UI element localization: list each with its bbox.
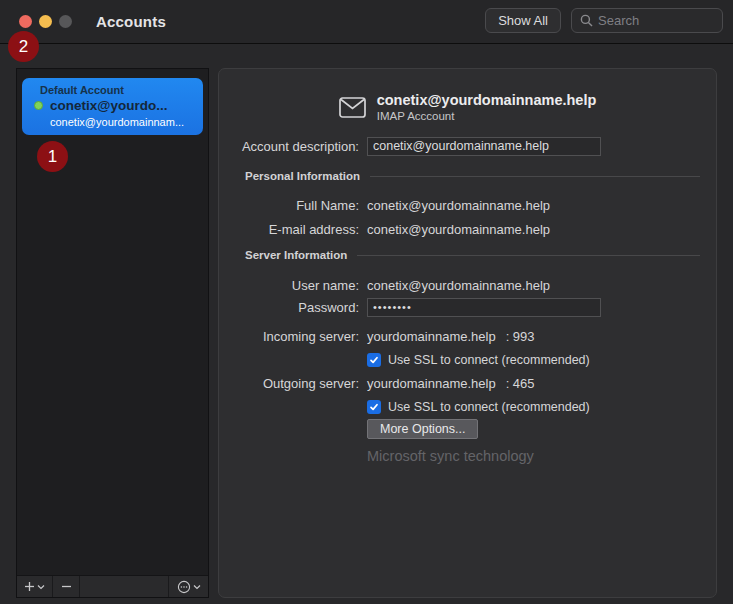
account-description-label: Account description:: [219, 139, 367, 154]
search-input[interactable]: [598, 13, 708, 28]
account-description-row: Account description:: [219, 137, 700, 155]
account-description-input[interactable]: [367, 137, 601, 156]
search-icon: [580, 14, 593, 27]
incoming-server-row: Incoming server: yourdomainname.help : 9…: [219, 327, 700, 345]
chevron-down-icon: [193, 584, 201, 590]
online-status-dot: [34, 101, 43, 110]
user-name-row: User name: conetix@yourdomainname.help: [219, 276, 700, 294]
outgoing-ssl-label: Use SSL to connect (recommended): [388, 400, 590, 414]
outgoing-ssl-row: Use SSL to connect (recommended): [367, 398, 700, 416]
remove-account-button[interactable]: [53, 576, 80, 597]
account-detail-panel: conetix@yourdomainname.help IMAP Acccoun…: [218, 68, 717, 598]
more-options-button[interactable]: More Options...: [367, 419, 478, 439]
plus-icon: [24, 581, 35, 592]
window-title: Accounts: [96, 13, 166, 30]
account-title: conetix@yourdomainname.help: [377, 92, 597, 108]
password-label: Password:: [219, 300, 367, 315]
account-email: conetix@yourdomainnam...: [50, 116, 195, 128]
sidebar-toolbar: [17, 575, 208, 597]
incoming-server-label: Incoming server:: [219, 329, 367, 344]
outgoing-ssl-checkbox[interactable]: [367, 400, 381, 414]
minus-icon: [61, 581, 72, 592]
account-list-item-selected[interactable]: Default Account conetix@yourdo... coneti…: [22, 78, 203, 135]
show-all-button[interactable]: Show All: [485, 8, 561, 33]
traffic-lights: [19, 15, 72, 28]
account-actions-button[interactable]: [168, 576, 208, 597]
outgoing-server-value: yourdomainname.help: [367, 376, 496, 391]
more-options-row: More Options...: [367, 419, 700, 439]
check-icon: [369, 355, 379, 365]
email-address-value: conetix@yourdomainname.help: [367, 222, 550, 237]
account-type: IMAP Acccount: [377, 110, 597, 122]
personal-information-section: Personal Information: [245, 169, 700, 183]
full-name-label: Full Name:: [219, 198, 367, 213]
title-bar: Accounts Show All: [0, 0, 733, 44]
server-information-section: Server Information: [245, 248, 700, 262]
incoming-ssl-row: Use SSL to connect (recommended): [367, 351, 700, 369]
default-account-label: Default Account: [40, 84, 195, 96]
chevron-down-icon: [37, 584, 45, 590]
account-header: conetix@yourdomainname.help IMAP Acccoun…: [219, 89, 716, 125]
close-window-button[interactable]: [19, 15, 32, 28]
incoming-server-value: yourdomainname.help: [367, 329, 496, 344]
minimize-window-button[interactable]: [39, 15, 52, 28]
email-address-label: E-mail address:: [219, 222, 367, 237]
outgoing-server-row: Outgoing server: yourdomainname.help : 4…: [219, 374, 700, 392]
incoming-ssl-label: Use SSL to connect (recommended): [388, 353, 590, 367]
add-account-button[interactable]: [17, 576, 53, 597]
incoming-server-port: : 993: [506, 329, 535, 344]
outgoing-server-label: Outgoing server:: [219, 376, 367, 391]
annotation-badge-2: 2: [8, 31, 39, 62]
annotation-badge-1: 1: [37, 141, 68, 172]
user-name-label: User name:: [219, 278, 367, 293]
email-address-row: E-mail address: conetix@yourdomainname.h…: [219, 220, 700, 238]
password-row: Password:: [219, 298, 700, 316]
full-name-row: Full Name: conetix@yourdomainname.help: [219, 196, 700, 214]
incoming-ssl-checkbox[interactable]: [367, 353, 381, 367]
outgoing-server-port: : 465: [506, 376, 535, 391]
account-name: conetix@yourdo...: [50, 98, 167, 113]
zoom-window-button: [59, 15, 72, 28]
sync-technology-note: Microsoft sync technology: [367, 448, 534, 464]
password-input[interactable]: [367, 298, 601, 317]
section-divider: [357, 255, 700, 256]
user-name-value: conetix@yourdomainname.help: [367, 278, 550, 293]
search-field[interactable]: [571, 8, 723, 33]
section-divider: [370, 176, 700, 177]
ellipsis-circle-icon: [177, 580, 191, 594]
envelope-icon: [339, 97, 366, 118]
check-icon: [369, 402, 379, 412]
full-name-value: conetix@yourdomainname.help: [367, 198, 550, 213]
footnote-row: Microsoft sync technology: [367, 447, 700, 465]
